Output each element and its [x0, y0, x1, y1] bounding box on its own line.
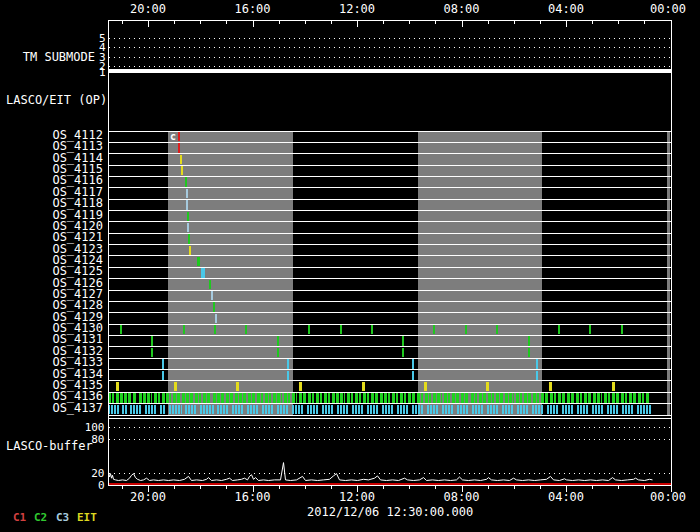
image-bar-segment [337, 405, 349, 414]
event-tick [402, 348, 404, 357]
image-bar-segment [262, 405, 274, 414]
image-bar-segment [444, 393, 450, 402]
event-tick [412, 371, 414, 380]
event-tick [151, 336, 153, 345]
time-tick-top [671, 20, 672, 27]
os-row-separator [108, 369, 672, 370]
time-label-top: 16:00 [233, 3, 273, 15]
event-tick [528, 348, 530, 357]
time-tick-top [409, 20, 410, 24]
image-bar-segment [355, 393, 361, 402]
time-label-top: 08:00 [442, 3, 482, 15]
image-bar-segment [145, 405, 157, 414]
image-bar-segment [322, 405, 334, 414]
time-tick-top [200, 20, 201, 24]
legend-item-eit: EIT [77, 512, 97, 523]
image-bar-segment [332, 393, 345, 402]
buffer-ytick-label: 20 [75, 468, 105, 479]
event-tick [536, 371, 538, 380]
image-bar-segment [273, 393, 282, 402]
image-bar-segment [195, 393, 201, 402]
image-bar-segment [139, 393, 152, 402]
time-tick-top [514, 20, 515, 24]
image-bar-segment [412, 405, 424, 414]
os-row-separator [108, 221, 672, 222]
event-tick [433, 325, 435, 334]
image-bar-segment [265, 393, 271, 402]
image-bar-segment [408, 393, 415, 402]
image-bar-segment [487, 405, 499, 414]
top-axis-line [108, 20, 672, 21]
image-bar-segment [169, 405, 182, 414]
image-bar-segment [604, 393, 610, 402]
time-label-bottom: 12:00 [337, 491, 377, 503]
time-tick-top [279, 20, 280, 24]
image-bar-segment [496, 393, 503, 402]
event-tick [299, 382, 302, 391]
image-bar-segment [592, 405, 604, 414]
event-tick [412, 359, 414, 368]
tm-ytick-label: 1 [96, 67, 106, 78]
time-label-top: 20:00 [128, 3, 168, 15]
image-bar-segment [130, 405, 142, 414]
keyhole-gray-band [667, 131, 671, 415]
event-tick [181, 166, 183, 175]
image-bar-segment [461, 393, 469, 402]
event-tick [183, 325, 185, 334]
time-tick-top [253, 20, 254, 27]
event-tick [180, 155, 182, 164]
time-tick-top [331, 20, 332, 24]
event-tick [362, 382, 365, 391]
image-bar-segment [417, 393, 423, 402]
image-bar-segment [472, 405, 484, 414]
event-tick [213, 302, 215, 311]
event-tick [536, 359, 538, 368]
image-bar-segment [133, 393, 137, 402]
plot-canvas: 20:0020:0016:0016:0012:0012:0008:0008:00… [0, 0, 700, 532]
image-bar-segment [479, 393, 486, 402]
os-row-separator [108, 312, 672, 313]
event-tick [486, 382, 489, 391]
image-bar-segment [425, 393, 431, 402]
image-bar-segment [363, 393, 369, 402]
event-tick [188, 234, 190, 243]
image-bar-segment [324, 393, 330, 402]
os-row-separator [108, 153, 672, 154]
image-bar-segment [562, 405, 574, 414]
os-row-separator [108, 187, 672, 188]
image-bar-segment [226, 393, 233, 402]
image-bar-segment [380, 393, 390, 402]
event-tick [277, 348, 279, 357]
time-label-bottom: 16:00 [233, 491, 273, 503]
image-bar-segment [248, 393, 255, 402]
buffer-ytick-label: 80 [75, 434, 105, 445]
time-label-top: 04:00 [546, 3, 586, 15]
event-tick [308, 325, 310, 334]
time-tick-bottom [357, 485, 358, 492]
image-bar-segment [471, 393, 477, 402]
time-tick-bottom [592, 485, 593, 489]
time-tick-bottom [566, 485, 567, 492]
image-bar-segment [505, 393, 514, 402]
time-tick-bottom [488, 485, 489, 489]
os-row-separator [108, 380, 672, 381]
image-bar-segment [502, 405, 514, 414]
keyhole-gray-band [418, 131, 542, 415]
image-bar-segment [108, 393, 114, 402]
image-bar-segment [173, 393, 180, 402]
image-bar-segment [247, 405, 259, 414]
time-tick-top [383, 20, 384, 24]
image-bar-segment [607, 405, 619, 414]
event-tick [186, 189, 188, 198]
os-row-separator [108, 346, 672, 347]
image-bar-segment [213, 393, 224, 402]
image-bar-segment [232, 405, 244, 414]
image-bar-segment [257, 393, 263, 402]
image-bar-segment [154, 393, 160, 402]
time-tick-top [592, 20, 593, 24]
image-bar-segment [457, 405, 469, 414]
os-row-separator [108, 267, 672, 268]
event-tick [287, 371, 289, 380]
image-bar-segment [629, 393, 636, 402]
image-bar-segment [442, 405, 454, 414]
